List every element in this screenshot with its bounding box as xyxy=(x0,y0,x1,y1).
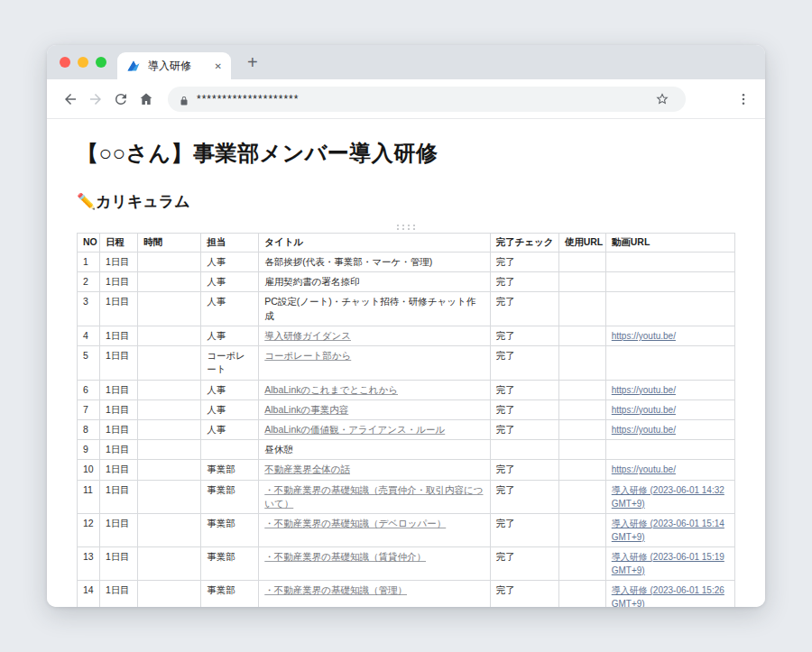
cell-done: 完了 xyxy=(490,292,558,326)
curriculum-title-link[interactable]: ・不動産業界の基礎知識（デベロッパー） xyxy=(264,518,446,528)
cell-no: 6 xyxy=(78,380,100,399)
cell-no: 8 xyxy=(78,419,100,439)
home-icon[interactable] xyxy=(134,87,159,112)
cell-use-url xyxy=(558,253,605,272)
video-url-link[interactable]: 導入研修 (2023-06-01 15:14 GMT+9) xyxy=(612,517,729,544)
curriculum-title-link[interactable]: AlbaLinkのこれまでとこれから xyxy=(264,384,398,395)
cell-day: 1日目 xyxy=(100,380,138,399)
cell-owner: 人事 xyxy=(201,292,259,326)
reload-icon[interactable] xyxy=(108,87,134,112)
cell-done: 完了 xyxy=(490,346,558,380)
cell-day: 1日目 xyxy=(100,440,138,460)
cell-owner: 人事 xyxy=(201,272,259,292)
cell-video-url: https://youtu.be/ xyxy=(605,419,734,439)
traffic-light-minimize[interactable] xyxy=(78,57,88,68)
browser-tab-strip: 導入研修 ✕ + xyxy=(47,45,765,79)
cell-time xyxy=(138,253,201,272)
cell-day: 1日目 xyxy=(100,460,138,480)
cell-no: 3 xyxy=(78,292,100,326)
curriculum-title-link[interactable]: コーポレート部から xyxy=(264,350,351,361)
browser-menu-icon[interactable] xyxy=(733,88,754,110)
header-use-url: 使用URL xyxy=(558,234,605,253)
traffic-lights xyxy=(60,45,106,79)
page-content: 【○○さん】事業部メンバー導入研修 ✏️カリキュラム NO 日程 時間 担当 タ… xyxy=(47,119,765,607)
address-bar[interactable]: ******************** xyxy=(168,87,686,112)
browser-tab[interactable]: 導入研修 ✕ xyxy=(117,52,231,79)
table-row: 91日目昼休憩 xyxy=(78,440,735,460)
cell-time xyxy=(138,480,201,513)
cell-done xyxy=(490,440,558,460)
cell-use-url xyxy=(558,480,605,513)
curriculum-title-link[interactable]: 導入研修ガイダンス xyxy=(264,330,351,341)
cell-day: 1日目 xyxy=(100,253,138,272)
cell-no: 13 xyxy=(78,547,100,581)
curriculum-title-link[interactable]: 不動産業界全体の話 xyxy=(264,464,350,474)
table-row: 71日目人事AlbaLinkの事業内容完了https://youtu.be/ xyxy=(78,399,735,419)
cell-no: 9 xyxy=(78,440,100,460)
video-url-link[interactable]: https://youtu.be/ xyxy=(612,403,729,417)
cell-no: 1 xyxy=(78,253,100,272)
traffic-light-zoom[interactable] xyxy=(96,57,106,68)
header-video-url: 動画URL xyxy=(605,234,734,253)
cell-time xyxy=(138,514,201,547)
cell-use-url xyxy=(558,292,605,326)
video-url-link[interactable]: https://youtu.be/ xyxy=(612,329,729,343)
curriculum-title-link[interactable]: ・不動産業界の基礎知識（管理） xyxy=(264,584,407,595)
cell-video-url xyxy=(605,292,734,326)
cell-use-url xyxy=(558,272,605,292)
forward-icon[interactable] xyxy=(83,87,108,112)
cell-done: 完了 xyxy=(490,460,558,480)
video-url-link[interactable]: https://youtu.be/ xyxy=(612,383,729,397)
cell-day: 1日目 xyxy=(100,326,138,345)
tab-close-icon[interactable]: ✕ xyxy=(215,61,222,71)
curriculum-title-link[interactable]: AlbaLinkの価値観・アライアンス・ルール xyxy=(264,424,445,435)
cell-video-url: 導入研修 (2023-06-01 15:26 GMT+9) xyxy=(605,581,734,607)
cell-title: ・不動産業界の基礎知識（デベロッパー） xyxy=(259,514,490,547)
bookmark-star-icon[interactable] xyxy=(650,87,675,112)
table-row: 51日目コーポレートコーポレート部から完了 xyxy=(78,346,735,380)
url-text[interactable]: ******************** xyxy=(197,93,650,106)
back-icon[interactable] xyxy=(58,87,83,112)
new-tab-button[interactable]: + xyxy=(242,51,263,73)
cell-video-url xyxy=(605,253,734,272)
cell-use-url xyxy=(558,326,605,345)
curriculum-title-link[interactable]: ・不動産業界の基礎知識（賃貸仲介） xyxy=(264,551,426,562)
cell-title: 各部挨拶(代表・事業部・マーケ・管理) xyxy=(259,253,490,272)
cell-done: 完了 xyxy=(490,581,558,607)
cell-owner: 事業部 xyxy=(201,547,259,581)
lock-icon[interactable] xyxy=(179,94,189,105)
cell-title: AlbaLinkの価値観・アライアンス・ルール xyxy=(259,419,490,439)
cell-done: 完了 xyxy=(490,419,558,439)
cell-time xyxy=(138,581,201,607)
curriculum-title-link[interactable]: ・不動産業界の基礎知識（売買仲介・取引内容について） xyxy=(264,484,483,509)
video-url-link[interactable]: 導入研修 (2023-06-01 15:19 GMT+9) xyxy=(612,550,729,577)
video-url-link[interactable]: 導入研修 (2023-06-01 14:32 GMT+9) xyxy=(612,483,729,510)
video-url-link[interactable]: 導入研修 (2023-06-01 15:26 GMT+9) xyxy=(612,583,729,607)
cell-time xyxy=(138,547,201,581)
video-url-link[interactable]: https://youtu.be/ xyxy=(612,423,729,436)
cell-time xyxy=(138,326,201,345)
traffic-light-close[interactable] xyxy=(60,57,70,68)
cell-video-url: https://youtu.be/ xyxy=(605,380,734,399)
table-row: 11日目人事各部挨拶(代表・事業部・マーケ・管理)完了 xyxy=(78,253,735,272)
cell-day: 1日目 xyxy=(100,399,138,419)
table-row: 61日目人事AlbaLinkのこれまでとこれから完了https://youtu.… xyxy=(78,380,735,399)
cell-owner: 人事 xyxy=(201,253,259,272)
table-drag-handle[interactable] xyxy=(395,224,417,232)
table-row: 121日目事業部・不動産業界の基礎知識（デベロッパー）完了導入研修 (2023-… xyxy=(78,514,735,547)
header-owner: 担当 xyxy=(201,234,259,253)
page-title: 【○○さん】事業部メンバー導入研修 xyxy=(77,139,735,168)
section-heading: ✏️カリキュラム xyxy=(77,191,735,212)
cell-time xyxy=(138,346,201,380)
cell-day: 1日目 xyxy=(100,514,138,547)
header-title: タイトル xyxy=(259,234,490,253)
cell-day: 1日目 xyxy=(100,547,138,581)
video-url-link[interactable]: https://youtu.be/ xyxy=(612,463,729,476)
cell-owner: 事業部 xyxy=(201,460,259,480)
cell-day: 1日目 xyxy=(100,272,138,292)
curriculum-title-link[interactable]: AlbaLinkの事業内容 xyxy=(264,404,348,415)
header-done: 完了チェック xyxy=(490,234,558,253)
cell-use-url xyxy=(558,547,605,581)
cell-owner: 人事 xyxy=(201,399,259,419)
cell-no: 10 xyxy=(78,460,100,480)
